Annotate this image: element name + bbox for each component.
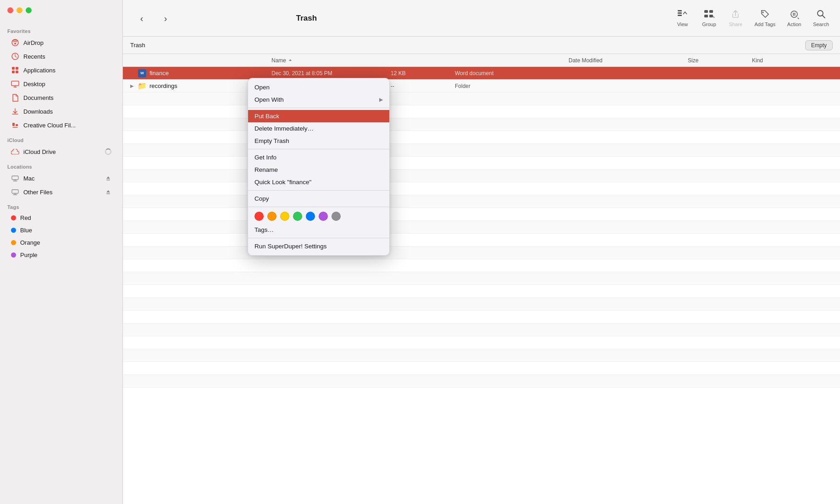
table-row-empty (123, 131, 840, 144)
add-tags-button[interactable]: Add Tags (751, 6, 779, 30)
locations-section-label: Locations (0, 159, 122, 171)
group-button[interactable]: Group (697, 6, 720, 30)
other-files-icon (11, 188, 19, 196)
toolbar: ‹ › Trash View (123, 0, 840, 37)
sidebar-item-airdrop-label: AirDrop (23, 39, 44, 46)
folder-icon: 📁 (138, 82, 147, 91)
eject-icon-2 (105, 189, 111, 195)
file-name: finance (149, 70, 169, 77)
blue-tag-dot (11, 228, 16, 233)
ctx-empty-trash[interactable]: Empty Trash (248, 135, 389, 147)
back-icon: ‹ (140, 14, 144, 23)
sidebar-item-applications[interactable]: Applications (4, 64, 119, 77)
sidebar-item-downloads-label: Downloads (23, 108, 53, 115)
expander[interactable]: ▶ (130, 83, 138, 88)
svg-rect-18 (709, 10, 713, 13)
sidebar: Favorites AirDrop Recents (0, 0, 123, 504)
recents-icon (11, 52, 19, 60)
tag-color-yellow[interactable] (280, 212, 289, 221)
table-row-empty (123, 285, 840, 298)
sidebar-item-downloads[interactable]: Downloads (4, 105, 119, 118)
sidebar-item-other-files[interactable]: Other Files (4, 186, 119, 198)
ctx-run-superduper[interactable]: Run SuperDuper! Settings (248, 240, 389, 252)
downloads-icon (11, 107, 19, 115)
table-row-empty (123, 323, 840, 336)
col-size-header[interactable]: Size (684, 57, 748, 64)
col-kind-header[interactable]: Kind (748, 57, 840, 64)
tag-color-green[interactable] (293, 212, 302, 221)
sidebar-item-recents[interactable]: Recents (4, 50, 119, 63)
sidebar-item-icloud-drive[interactable]: iCloud Drive (4, 145, 119, 158)
search-button[interactable]: Search (809, 6, 833, 30)
sidebar-item-purple-tag[interactable]: Purple (4, 249, 119, 261)
red-tag-label: Red (20, 214, 31, 221)
maximize-button[interactable] (26, 7, 32, 13)
share-label: Share (729, 22, 742, 27)
sidebar-item-blue-tag[interactable]: Blue (4, 225, 119, 236)
table-row-empty (123, 93, 840, 105)
back-button[interactable]: ‹ (130, 11, 153, 26)
empty-trash-button[interactable]: Empty (805, 40, 833, 50)
ctx-separator-3 (248, 190, 389, 191)
table-row[interactable]: W finance Dec 30, 2021 at 8:05 PM 12 KB … (123, 67, 840, 80)
sidebar-item-recents-label: Recents (23, 53, 45, 60)
col-name-header[interactable]: Name (268, 57, 565, 64)
ctx-tag-colors-row[interactable] (248, 209, 389, 224)
ctx-get-info[interactable]: Get Info (248, 151, 389, 164)
icloud-section-label: iCloud (0, 132, 122, 145)
tag-color-orange[interactable] (267, 212, 276, 221)
svg-point-23 (793, 13, 795, 15)
ctx-copy[interactable]: Copy (248, 192, 389, 205)
action-button[interactable]: Action (783, 6, 806, 30)
table-row-empty (123, 118, 840, 131)
ctx-open-with[interactable]: Open With ▶ (248, 93, 389, 106)
minimize-button[interactable] (17, 7, 22, 13)
sidebar-item-creative-cloud[interactable]: Creative Cloud Fil... (4, 119, 119, 131)
file-row-indent: ▶ 📁 recordings (123, 82, 268, 91)
table-row-empty (123, 362, 840, 375)
sidebar-item-documents[interactable]: Documents (4, 91, 119, 104)
tag-color-purple[interactable] (319, 212, 328, 221)
sidebar-item-documents-label: Documents (23, 94, 54, 101)
ctx-rename[interactable]: Rename (248, 164, 389, 176)
ctx-open[interactable]: Open (248, 81, 389, 93)
context-menu: Open Open With ▶ Put Back Delete Immedia… (248, 78, 390, 256)
sidebar-item-mac[interactable]: Mac (4, 172, 119, 185)
sidebar-item-red-tag[interactable]: Red (4, 212, 119, 224)
forward-button[interactable]: › (154, 11, 177, 26)
svg-rect-3 (12, 67, 15, 70)
sidebar-item-desktop[interactable]: Desktop (4, 77, 119, 90)
table-row[interactable]: ▶ 📁 recordings 2022 at 9:26 AM -- Folder (123, 80, 840, 93)
svg-rect-14 (678, 10, 682, 11)
group-icon (703, 9, 714, 21)
svg-rect-19 (704, 15, 708, 17)
col-date-header[interactable]: Date Modified (565, 57, 684, 64)
tag-color-blue[interactable] (306, 212, 315, 221)
file-size: 12 KB (387, 70, 451, 77)
main-content: ‹ › Trash View (123, 0, 840, 504)
share-icon (730, 9, 741, 21)
close-button[interactable] (7, 7, 13, 13)
ctx-tags[interactable]: Tags… (248, 224, 389, 236)
mac-icon (11, 174, 19, 182)
table-row-empty (123, 234, 840, 247)
sidebar-item-airdrop[interactable]: AirDrop (4, 36, 119, 49)
table-row-empty (123, 298, 840, 311)
tag-color-red[interactable] (254, 212, 264, 221)
ctx-put-back[interactable]: Put Back (248, 110, 389, 122)
tag-color-gray[interactable] (332, 212, 341, 221)
documents-icon (11, 93, 19, 102)
svg-rect-6 (16, 71, 18, 73)
location-bar: Trash Empty (123, 37, 840, 54)
share-button[interactable]: Share (724, 6, 747, 30)
ctx-delete-immediately[interactable]: Delete Immediately… (248, 122, 389, 135)
file-list: W finance Dec 30, 2021 at 8:05 PM 12 KB … (123, 67, 840, 504)
word-doc-icon: W (138, 69, 147, 78)
view-button[interactable]: View (671, 6, 694, 30)
add-tags-label: Add Tags (754, 22, 775, 27)
sidebar-item-orange-tag[interactable]: Orange (4, 237, 119, 248)
table-row-empty (123, 170, 840, 182)
window-title: Trash (189, 14, 424, 23)
ctx-separator-4 (248, 207, 389, 207)
ctx-quick-look[interactable]: Quick Look "finance" (248, 176, 389, 188)
